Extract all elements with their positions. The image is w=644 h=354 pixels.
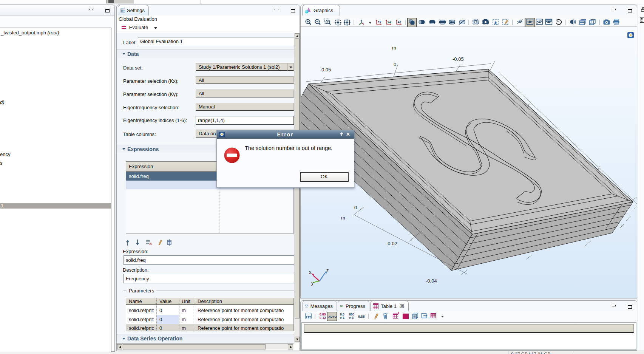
svg-text:e-12: e-12 [320,316,326,320]
svg-text:-0.02: -0.02 [386,241,397,246]
svg-text:zx: zx [398,20,402,23]
svg-text:m: m [341,215,345,221]
svg-text:x: x [309,269,312,275]
svg-text:AUTO: AUTO [328,315,337,318]
svg-text:0.85: 0.85 [358,315,365,318]
svg-text:-0.05: -0.05 [452,56,464,62]
svg-text:z: z [326,267,329,273]
svg-text:y: y [311,280,314,286]
svg-text:yz: yz [388,20,391,23]
svg-text:0: 0 [394,62,396,67]
svg-text:0.05: 0.05 [321,67,331,73]
svg-text:-0.04: -0.04 [426,278,437,284]
svg-text:e-3: e-3 [349,316,354,320]
svg-text:xy: xy [378,20,381,23]
svg-text:m: m [392,45,396,51]
svg-text:e-1: e-1 [340,316,345,320]
svg-text:0: 0 [354,205,357,210]
